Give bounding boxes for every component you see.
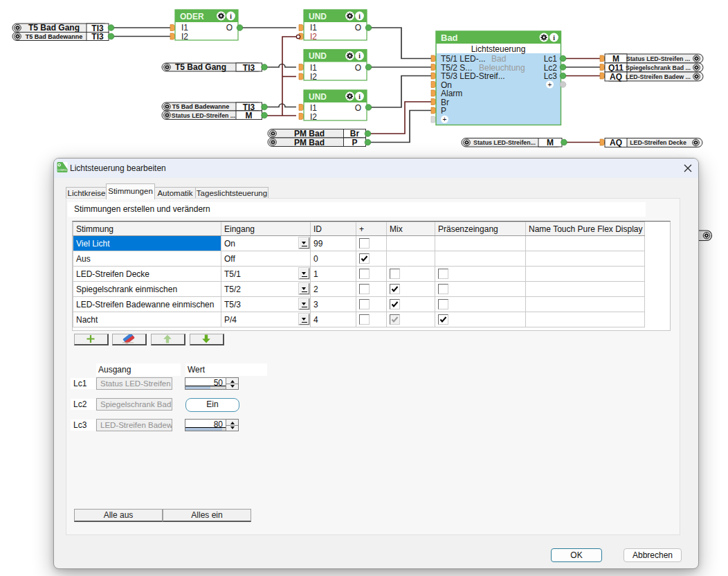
svg-text:O: O (355, 23, 361, 33)
svg-text:O: O (355, 103, 361, 113)
svg-text:Q11: Q11 (608, 63, 624, 73)
svg-text:I1: I1 (310, 23, 317, 33)
svg-text:Status LED-Streifen...: Status LED-Streifen... (473, 139, 536, 146)
svg-text:+: + (548, 81, 552, 89)
svg-text:P: P (441, 106, 446, 116)
svg-text:I2: I2 (310, 32, 317, 42)
svg-text:T5 Bad Gang: T5 Bad Gang (28, 23, 80, 33)
svg-text:T5 Bad Badewanne: T5 Bad Badewanne (26, 33, 83, 40)
svg-text:UND: UND (309, 92, 327, 102)
svg-text:AQ: AQ (610, 138, 622, 147)
svg-text:I1: I1 (181, 23, 188, 33)
svg-text:AQ: AQ (610, 72, 622, 82)
svg-text:I1: I1 (310, 63, 317, 73)
svg-text:T5 Bad Badewanne: T5 Bad Badewanne (172, 103, 230, 110)
svg-text:O: O (226, 23, 233, 33)
svg-text:TI3: TI3 (243, 63, 255, 73)
svg-text:Status LED-Streifen ...: Status LED-Streifen ... (172, 112, 235, 119)
svg-text:LED-Streifen Badew ...: LED-Streifen Badew ... (626, 73, 691, 80)
svg-text:I2: I2 (310, 112, 317, 122)
svg-text:LED-Streifen Decke: LED-Streifen Decke (630, 139, 686, 146)
svg-text:TI3: TI3 (91, 32, 104, 42)
svg-text:ODER: ODER (180, 12, 204, 21)
svg-text:I1: I1 (310, 103, 317, 113)
svg-text:T5 Bad Gang: T5 Bad Gang (175, 62, 226, 72)
svg-text:Spiegelschrank Bad ...: Spiegelschrank Bad ... (626, 64, 691, 71)
svg-text:Bad: Bad (441, 33, 458, 43)
svg-text:O: O (355, 63, 361, 73)
svg-text:I2: I2 (310, 72, 317, 82)
svg-text:Lc3: Lc3 (544, 71, 558, 81)
svg-text:I2: I2 (181, 32, 188, 42)
svg-text:UND: UND (309, 12, 327, 21)
svg-text:Lichtsteuerung: Lichtsteuerung (471, 44, 526, 54)
svg-text:UND: UND (309, 51, 327, 61)
svg-text:M: M (547, 138, 554, 147)
svg-text:+: + (443, 116, 447, 123)
svg-text:P: P (352, 138, 357, 147)
svg-text:Status LED-Streifen ...: Status LED-Streifen ... (626, 55, 690, 62)
svg-text:M: M (612, 54, 619, 64)
svg-text:PM Bad: PM Bad (294, 138, 325, 147)
svg-text:M: M (246, 111, 253, 120)
svg-text:CONFIG: CONFIG (57, 169, 67, 172)
